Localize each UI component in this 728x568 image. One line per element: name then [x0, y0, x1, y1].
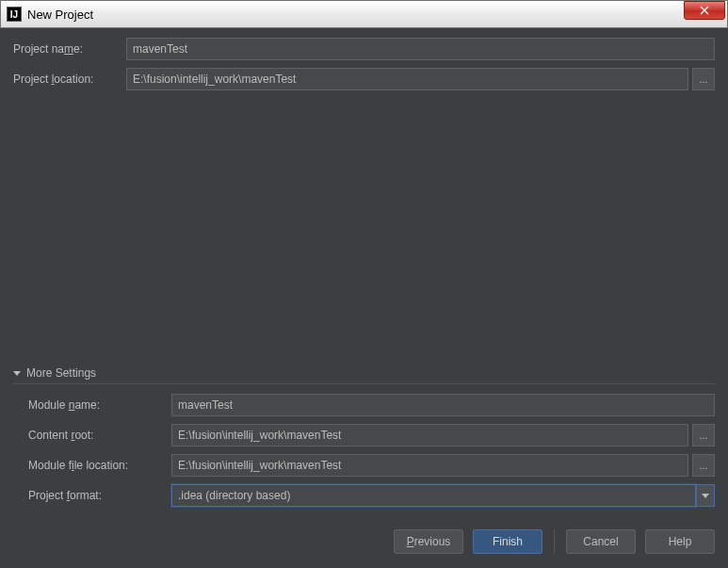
help-button[interactable]: Help [645, 529, 715, 554]
dialog-button-row: Previous Finish Cancel Help [13, 529, 715, 554]
close-button[interactable] [684, 1, 725, 20]
more-settings-label: More Settings [26, 366, 96, 380]
content-root-input[interactable] [171, 424, 688, 446]
project-format-row: Project format: [28, 484, 715, 507]
window-title: New Project [27, 8, 93, 22]
content-root-browse-button[interactable]: ... [692, 424, 715, 446]
app-icon: IJ [7, 7, 22, 22]
separator [13, 383, 715, 384]
module-name-row: Module name: [28, 394, 715, 416]
project-name-row: Project name: [13, 38, 715, 60]
module-file-location-browse-button[interactable]: ... [692, 454, 715, 477]
module-file-location-row: Module file location: ... [28, 454, 715, 477]
project-format-value[interactable] [171, 484, 696, 507]
finish-button[interactable]: Finish [473, 529, 542, 554]
module-file-location-input[interactable] [171, 454, 688, 477]
chevron-down-icon [13, 371, 21, 376]
project-location-label: Project location: [13, 73, 126, 86]
project-name-label: Project name: [13, 42, 126, 56]
more-settings-body: Module name: Content root: ... Module fi… [13, 394, 715, 507]
content-root-row: Content root: ... [28, 424, 715, 446]
titlebar: IJ New Project [0, 0, 728, 28]
cancel-button[interactable]: Cancel [566, 529, 636, 554]
module-name-label: Module name: [28, 398, 171, 412]
previous-button[interactable]: Previous [394, 529, 463, 554]
dialog-content: Project name: Project location: ... More… [0, 28, 728, 554]
close-icon [700, 6, 709, 15]
chevron-down-icon [702, 494, 709, 498]
button-separator [554, 529, 555, 554]
project-format-label: Project format: [28, 489, 171, 502]
module-name-input[interactable] [171, 394, 715, 416]
project-name-input[interactable] [126, 38, 715, 60]
project-location-browse-button[interactable]: ... [692, 68, 715, 90]
project-location-input[interactable] [126, 68, 688, 90]
project-location-row: Project location: ... [13, 68, 715, 90]
project-format-select[interactable] [171, 484, 715, 507]
project-format-dropdown-button[interactable] [696, 484, 715, 507]
content-root-label: Content root: [28, 429, 171, 442]
more-settings-toggle[interactable]: More Settings [13, 366, 715, 380]
module-file-location-label: Module file location: [28, 459, 171, 472]
spacer [13, 98, 715, 366]
